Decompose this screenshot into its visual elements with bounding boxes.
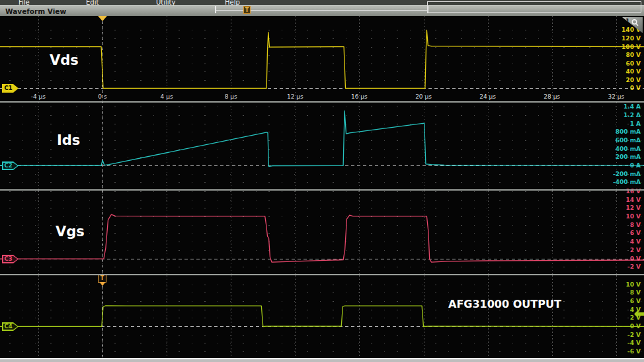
trigger-position-icon[interactable] [98, 16, 107, 21]
trigger-position-marker[interactable]: T [243, 6, 251, 14]
scale-label-c3: -2 V [627, 263, 641, 270]
scale-label-c3: 8 V [630, 222, 641, 228]
scale-label-c1: 20 V [625, 77, 641, 83]
scale-label-c2: 600 mA [616, 137, 641, 144]
scale-label-c1: 60 V [625, 60, 641, 67]
scale-label-c2: -200 mA [613, 171, 641, 177]
channel-section-c1: 140 V120 V100 V80 V60 V40 V20 V0 V-4 µs0… [0, 16, 644, 101]
scale-label-c1: 0 V [630, 85, 641, 91]
channel-badge-c2[interactable]: C2 [2, 161, 19, 170]
badge-label-c3: C3 [5, 256, 13, 262]
channel-section-c2: 1.4 A1.2 A1 A800 mA600 mA400 mA200 mA0 A… [0, 103, 644, 189]
record-view-window-box[interactable] [427, 1, 641, 13]
scale-label-c4: 4 V [630, 306, 641, 313]
scale-label-c3: 4 V [630, 238, 641, 245]
waveform-trace-c3 [0, 191, 644, 274]
scale-label-c3: 12 V [625, 204, 641, 211]
scale-label-c2: 1.4 A [624, 103, 641, 110]
section-divider-3 [0, 274, 644, 275]
scale-label-c4: 0 V [630, 323, 641, 330]
scale-label-c2: 1.2 A [624, 112, 641, 118]
badge-label-c2: C2 [5, 163, 13, 169]
time-axis-label: 0 s [98, 93, 106, 100]
scale-label-c1: 100 V [622, 44, 641, 50]
scale-label-c2: -400 mA [613, 179, 641, 185]
time-axis-label: 20 µs [415, 93, 432, 100]
menu-item-help[interactable]: Help [225, 0, 240, 5]
time-axis-label: 8 µs [225, 93, 237, 100]
time-axis-label: 4 µs [161, 93, 173, 100]
time-axis-label: 12 µs [287, 93, 303, 100]
scale-label-c4: 8 V [630, 289, 641, 296]
scale-label-c2: 800 mA [616, 128, 641, 135]
time-axis-label: 32 µs [608, 93, 624, 100]
label-vgs: Vgs [56, 224, 85, 240]
scale-label-c4: 6 V [630, 298, 641, 304]
oscilloscope-screen: File Edit Utility Help Waveform View T 1… [0, 0, 644, 362]
channel-badge-c4[interactable]: C4 [2, 322, 19, 331]
label-vds: Vds [50, 52, 79, 68]
scale-label-c2: 400 mA [616, 146, 641, 152]
channel-badge-c3[interactable]: C3 [2, 255, 19, 263]
scale-label-c4: -6 V [627, 348, 641, 355]
scale-label-c1: 40 V [625, 68, 641, 75]
menu-item-utility[interactable]: Utility [156, 0, 175, 5]
scale-label-c3: 10 V [625, 213, 641, 220]
scale-label-c3: 0 V [630, 255, 641, 262]
time-axis-label: 28 µs [543, 93, 560, 100]
scale-label-c4: 10 V [625, 281, 641, 288]
waveform-trace-c2 [0, 103, 644, 189]
badge-label-c1: C1 [5, 85, 13, 91]
trigger-source-icon-tail [100, 283, 105, 286]
section-divider-1 [0, 101, 644, 103]
section-divider-2 [0, 189, 644, 191]
badge-label-c4: C4 [5, 324, 13, 330]
scale-label-c2: 200 mA [616, 154, 641, 160]
record-view-slider-left-cap [215, 6, 216, 13]
label-afg-output: AFG31000 OUTPUT [448, 298, 561, 310]
time-axis-label: 16 µs [351, 93, 368, 100]
menu-item-file[interactable]: File [19, 0, 30, 5]
scale-label-c2: 0 A [630, 162, 641, 169]
time-axis-label: -4 µs [31, 93, 46, 100]
waveform-trace-c1 [0, 16, 644, 101]
scale-label-c4: -4 V [627, 339, 641, 346]
trigger-source-icon[interactable]: T [98, 275, 106, 283]
time-axis-label: 24 µs [479, 93, 496, 100]
scale-label-c3: 14 V [625, 197, 641, 203]
channel-section-c3: 16 V14 V12 V10 V8 V6 V4 V2 V0 V-2 V [0, 191, 644, 274]
scale-label-c1: 80 V [625, 52, 641, 58]
waveform-trace-c4 [0, 275, 644, 358]
scale-label-c2: 1 A [630, 120, 641, 127]
scale-label-c1: 120 V [622, 35, 641, 42]
label-ids: Ids [57, 132, 80, 148]
scale-label-c3: 2 V [630, 247, 641, 253]
menu-item-edit[interactable]: Edit [86, 0, 99, 5]
scale-label-c3: 6 V [630, 230, 641, 236]
channel-section-c4: 10 V8 V6 V4 V2 V0 V-2 V-4 V-6 V [0, 275, 644, 358]
bottom-results-strip [0, 359, 644, 362]
channel-badge-c1[interactable]: C1 [2, 84, 19, 93]
tab-waveform-view[interactable]: Waveform View [5, 7, 66, 15]
scale-label-c4: -2 V [627, 332, 641, 338]
